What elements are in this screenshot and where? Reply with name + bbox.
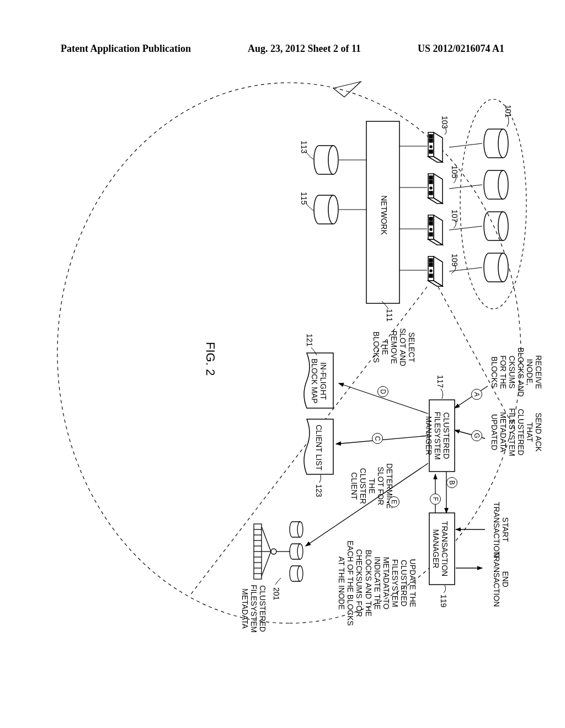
svg-rect-22 <box>429 259 433 262</box>
ref-117: 117 <box>436 375 445 388</box>
svg-rect-13 <box>429 180 433 184</box>
svg-rect-11 <box>428 174 434 198</box>
svg-point-3 <box>498 170 508 199</box>
end-tx-label: END TRANSACTION <box>492 552 510 607</box>
ref-123: 123 <box>315 484 323 497</box>
svg-point-0 <box>57 83 521 623</box>
svg-line-27 <box>449 185 482 189</box>
select-slot-label: SELECT SLOT AND REMOVE THE BLOCKS <box>372 328 416 366</box>
header-left: Patent Application Publication <box>61 43 191 55</box>
tx-mgr-label: TRANSACTION MANAGER <box>431 518 449 579</box>
svg-rect-7 <box>429 135 433 138</box>
circle-B: B <box>446 477 457 488</box>
ref-105: 105 <box>450 165 459 178</box>
svg-point-24 <box>430 270 432 272</box>
circle-E: E <box>388 496 399 507</box>
svg-rect-20 <box>429 233 433 236</box>
header-right: US 2012/0216074 A1 <box>418 43 504 55</box>
update-meta-label: UPDATE THE CLUSTERED FILESYSTEM METADATA… <box>337 540 417 626</box>
ref-101: 101 <box>504 105 513 117</box>
page-header: Patent Application Publication Aug. 23, … <box>0 43 565 55</box>
svg-point-4 <box>498 212 508 240</box>
header-center: Aug. 23, 2012 Sheet 2 of 11 <box>191 43 418 55</box>
svg-point-19 <box>430 228 432 231</box>
svg-point-5 <box>498 253 508 282</box>
figure-label: FIG. 2 <box>203 342 217 376</box>
cfs-meta-label: CLUSTERED FILESYSTEM METADATA <box>241 585 267 633</box>
svg-point-1 <box>460 99 526 309</box>
svg-rect-18 <box>429 222 433 225</box>
ref-201: 201 <box>272 587 281 600</box>
svg-line-41 <box>455 386 488 408</box>
circle-F: F <box>430 494 441 505</box>
cfs-mgr-label: CLUSTERED FILESYSTEM MANAGER <box>424 405 451 466</box>
svg-point-52 <box>297 522 303 537</box>
ref-115: 115 <box>300 192 308 205</box>
determine-slot-label: DETERMINE SLOT FOR THE CLUSTER CLIENT <box>350 463 394 508</box>
ref-113: 113 <box>300 141 308 153</box>
svg-point-53 <box>297 544 303 559</box>
ref-109: 109 <box>450 254 459 266</box>
ref-107: 107 <box>450 210 459 222</box>
svg-rect-6 <box>428 132 434 157</box>
circle-C: C <box>372 433 383 444</box>
receive-label: RECEIVE INODE, BLOCKS AND CKSUMS FOR THE… <box>489 347 543 397</box>
svg-line-29 <box>449 267 482 271</box>
svg-point-14 <box>430 187 432 189</box>
inflight-label: IN-FLIGHT BLOCK MAP <box>310 358 328 404</box>
figure-canvas: NETWORK RECEIVE INODE, BLOCKS AND CKSUMS… <box>0 77 565 642</box>
svg-rect-16 <box>428 215 434 239</box>
svg-point-9 <box>430 146 432 148</box>
svg-line-68 <box>262 527 271 552</box>
network-label: NETWORK <box>380 188 388 243</box>
svg-rect-21 <box>428 256 434 281</box>
svg-rect-25 <box>429 274 433 277</box>
svg-point-54 <box>297 566 303 581</box>
svg-point-35 <box>328 146 338 174</box>
client-list-label: CLIENT LIST <box>315 425 323 470</box>
svg-point-55 <box>271 549 276 554</box>
svg-line-69 <box>262 552 271 576</box>
svg-rect-10 <box>429 150 433 153</box>
svg-rect-23 <box>429 263 433 266</box>
svg-line-28 <box>449 226 482 230</box>
circle-A: A <box>471 389 482 400</box>
svg-point-2 <box>498 129 508 158</box>
ref-121: 121 <box>305 334 314 346</box>
svg-rect-15 <box>429 191 433 195</box>
ref-111: 111 <box>385 309 394 322</box>
circle-G: G <box>471 430 482 441</box>
svg-rect-12 <box>429 176 433 179</box>
circle-D: D <box>377 386 388 397</box>
ref-119: 119 <box>439 595 448 607</box>
svg-line-26 <box>449 143 482 147</box>
send-ack-label: SEND ACK THAT CLUSTERED FILESYSTEM METAD… <box>489 408 543 456</box>
svg-rect-8 <box>429 139 433 142</box>
svg-rect-17 <box>429 217 433 221</box>
start-tx-label: START TRANSACTION <box>492 502 510 557</box>
ref-103: 103 <box>440 116 449 129</box>
svg-point-36 <box>328 195 338 224</box>
svg-rect-57 <box>254 524 262 579</box>
